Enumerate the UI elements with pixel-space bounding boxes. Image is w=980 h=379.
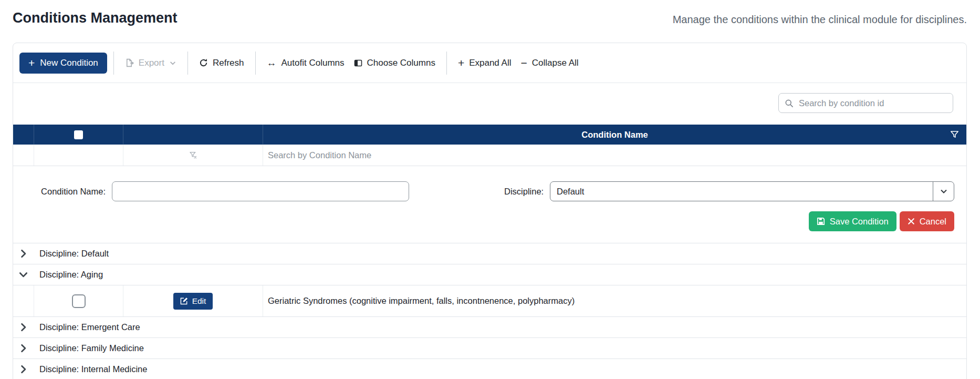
cancel-button[interactable]: Cancel [900, 211, 954, 231]
condition-name-field-label: Condition Name: [13, 181, 106, 201]
toolbar-divider [446, 52, 447, 75]
group-row-aging[interactable]: Discipline: Aging [13, 264, 966, 285]
funnel-x-icon[interactable] [188, 150, 198, 160]
x-icon [908, 218, 915, 225]
expand-all-button[interactable]: + Expand All [453, 57, 516, 68]
group-label: Discipline: Internal Medicine [34, 364, 147, 374]
group-label: Discipline: Family Medicine [34, 343, 144, 353]
filter-row [13, 145, 966, 166]
row-checkbox[interactable] [72, 294, 86, 308]
filter-checkbox-cell [34, 145, 123, 166]
cancel-label: Cancel [920, 217, 946, 227]
chevron-down-icon[interactable] [933, 182, 954, 201]
edit-button[interactable]: Edit [173, 293, 213, 310]
group-row-emergent-care[interactable]: Discipline: Emergent Care [13, 317, 966, 338]
search-box [778, 93, 953, 113]
group-row-internal-medicine[interactable]: Discipline: Internal Medicine [13, 359, 966, 379]
row-edit-cell: Edit [123, 285, 263, 316]
new-condition-button[interactable]: + New Condition [19, 53, 107, 74]
condition-name-filter-input[interactable] [263, 150, 966, 161]
edit-button-label: Edit [192, 296, 206, 306]
funnel-icon[interactable] [950, 130, 960, 140]
autofit-columns-label: Autofit Columns [282, 58, 345, 68]
export-label: Export [139, 58, 164, 68]
chevron-right-icon[interactable] [13, 323, 34, 332]
search-row [13, 83, 966, 125]
save-condition-button[interactable]: Save Condition [809, 211, 896, 231]
plus-icon: + [28, 57, 35, 68]
chevron-right-icon[interactable] [13, 249, 34, 258]
refresh-button[interactable]: Refresh [194, 58, 249, 68]
pencil-square-icon [180, 297, 188, 305]
conditions-panel: + New Condition Export Refresh ↔ Autofit… [13, 43, 967, 379]
discipline-select[interactable]: Default [550, 181, 954, 201]
group-label: Discipline: Default [34, 249, 109, 259]
discipline-field-label: Discipline: [504, 181, 544, 201]
left-right-arrow-icon: ↔ [267, 58, 277, 68]
page-subtitle: Manage the conditions within the clinica… [673, 14, 967, 26]
chevron-right-icon[interactable] [13, 344, 34, 353]
chevron-down-icon [169, 59, 176, 67]
row-checkbox-cell [34, 285, 123, 316]
group-label: Discipline: Aging [34, 270, 103, 280]
chevron-right-icon[interactable] [13, 365, 34, 374]
condition-name-input[interactable] [112, 181, 409, 201]
toolbar-divider [255, 52, 256, 75]
condition-name-value: Geriatric Syndromes (cognitive impairmen… [263, 296, 575, 306]
filter-expander-cell [13, 145, 34, 166]
magnifier-icon [785, 99, 794, 108]
choose-columns-label: Choose Columns [367, 58, 435, 68]
grid-header: Condition Name [13, 125, 966, 145]
expand-all-label: Expand All [469, 58, 511, 68]
grid-header-checkbox-cell [34, 125, 123, 145]
group-label: Discipline: Emergent Care [34, 322, 140, 332]
new-condition-label: New Condition [40, 58, 98, 68]
page-title: Conditions Management [13, 10, 178, 26]
columns-icon [354, 59, 362, 67]
choose-columns-button[interactable]: Choose Columns [349, 58, 440, 68]
toolbar-divider [113, 52, 114, 75]
filter-condition-cell [263, 145, 966, 166]
table-row: Edit Geriatric Syndromes (cognitive impa… [13, 285, 966, 317]
condition-name-column-header[interactable]: Condition Name [581, 130, 648, 140]
group-row-default[interactable]: Discipline: Default [13, 243, 966, 264]
chevron-down-icon[interactable] [13, 270, 34, 279]
minus-icon: − [521, 57, 527, 68]
plus-icon: + [458, 57, 464, 68]
form-actions: Save Condition Cancel [809, 211, 954, 231]
group-row-family-medicine[interactable]: Discipline: Family Medicine [13, 338, 966, 359]
search-input[interactable] [798, 98, 947, 109]
refresh-icon [199, 58, 208, 67]
file-export-icon [125, 58, 134, 67]
floppy-disk-icon [817, 217, 825, 226]
autofit-columns-button[interactable]: ↔ Autofit Columns [262, 58, 349, 68]
grid-header-condition-cell: Condition Name [263, 125, 966, 145]
refresh-label: Refresh [213, 58, 244, 68]
export-button[interactable]: Export [120, 58, 181, 68]
new-condition-form: Condition Name: Discipline: Default Save… [13, 166, 966, 243]
discipline-selected-value: Default [550, 187, 933, 197]
grid-header-edit-cell [123, 125, 263, 145]
collapse-all-label: Collapse All [532, 58, 579, 68]
select-all-checkbox[interactable] [74, 130, 83, 139]
collapse-all-button[interactable]: − Collapse All [516, 57, 583, 68]
filter-clear-cell [123, 145, 263, 166]
row-condition-cell: Geriatric Syndromes (cognitive impairmen… [263, 285, 966, 316]
toolbar: + New Condition Export Refresh ↔ Autofit… [13, 43, 966, 83]
save-condition-label: Save Condition [830, 217, 889, 227]
toolbar-divider [187, 52, 188, 75]
grid-header-expander-cell [13, 125, 34, 145]
row-expander-cell [13, 285, 34, 316]
